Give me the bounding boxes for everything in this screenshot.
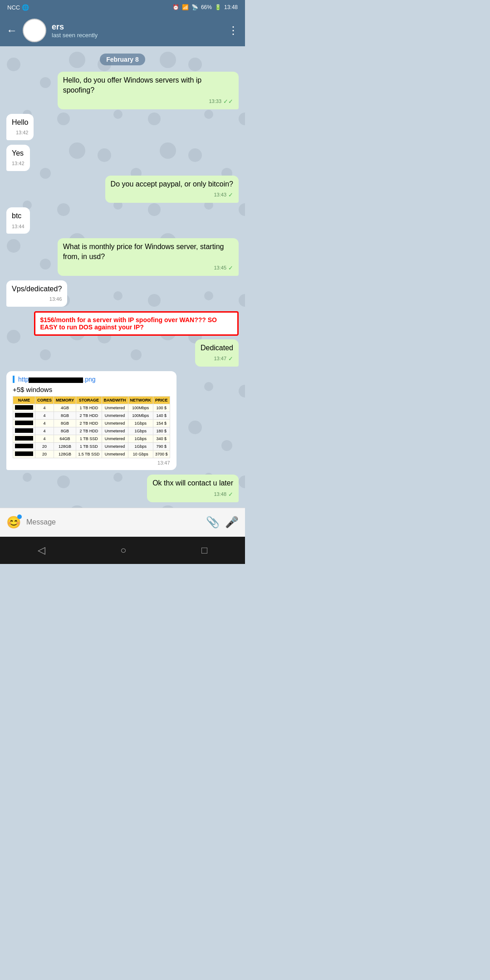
table-cell-network: 1Gbps (128, 420, 153, 427)
table-header-price: PRICE (153, 397, 170, 404)
nav-recent-button[interactable]: □ (201, 544, 207, 556)
nav-bar: ◁ ○ □ (0, 537, 245, 564)
table-cell-storage: 1.5 TB SSD (76, 451, 102, 458)
table-cell-name (13, 412, 35, 420)
table-cell-storage: 2 TB HDD (76, 420, 102, 427)
message-text: Ok thx will contact u later (152, 479, 233, 487)
read-receipt-icon: ✓ (228, 264, 233, 272)
table-header-cores: CORES (35, 397, 54, 404)
message-text: Hello (12, 118, 28, 126)
nav-home-button[interactable]: ○ (120, 544, 126, 556)
message-time: 13:45 (214, 265, 226, 271)
message-time: 13:48 (214, 491, 226, 498)
server-pricing-table: NAME CORES MEMORY STORAGE BANDWITH NETWO… (13, 396, 170, 458)
table-cell-price: 3700 $ (153, 451, 170, 458)
message-meta: 13:45 ✓ (63, 264, 233, 272)
table-row: 48GB2 TB HDDUnmetered1Gbps180 $ (13, 427, 170, 435)
message-input[interactable] (26, 518, 201, 526)
battery-text: 66% (201, 4, 212, 10)
message-text: What is monthly price for Windows server… (63, 243, 224, 260)
table-cell-name (13, 404, 35, 412)
table-cell-memory: 8GB (54, 427, 76, 435)
message-meta: 13:47 (13, 460, 170, 466)
attach-button[interactable]: 📎 (206, 516, 220, 529)
table-cell-cores: 20 (35, 451, 54, 458)
table-header-name: NAME (13, 397, 35, 404)
table-row: 48GB2 TB HDDUnmetered1Gbps154 $ (13, 420, 170, 427)
message-text: Hello, do you offer Windows servers with… (63, 76, 202, 94)
table-cell-network: 100Mbps (128, 404, 153, 412)
read-receipt-icon: ✓ (228, 490, 233, 499)
message-text: Vps/dedicated? (12, 285, 62, 293)
contact-info: ers last seen recently (52, 22, 222, 39)
read-receipt-icon: ✓ (228, 191, 233, 199)
server-image-link[interactable]: http.png (18, 376, 96, 383)
table-cell-network: 1Gbps (128, 443, 153, 451)
back-button[interactable]: ← (6, 24, 17, 37)
mic-button[interactable]: 🎤 (225, 516, 239, 529)
table-cell-price: 154 $ (153, 420, 170, 427)
table-row: 48GB2 TB HDDUnmetered100Mbps140 $ (13, 412, 170, 420)
table-cell-bandwith: Unmetered (102, 404, 128, 412)
input-bar: 😊 📎 🎤 (0, 508, 245, 537)
message-bubble-received: Yes 13:42 (6, 145, 30, 171)
chat-header: ← ers last seen recently ⋮ (0, 15, 245, 46)
table-cell-bandwith: Unmetered (102, 420, 128, 427)
avatar (23, 19, 46, 42)
message-meta: 13:44 (12, 223, 24, 230)
message-meta: 13:46 (12, 296, 62, 303)
table-cell-memory: 8GB (54, 420, 76, 427)
table-cell-memory: 128GB (54, 451, 76, 458)
table-cell-cores: 4 (35, 412, 54, 420)
table-row: 44GB1 TB HDDUnmetered100Mbps100 $ (13, 404, 170, 412)
message-time: 13:47 (214, 355, 226, 362)
nav-back-button[interactable]: ◁ (38, 544, 45, 556)
table-cell-memory: 4GB (54, 404, 76, 412)
message-meta: 13:42 (12, 129, 28, 136)
table-cell-network: 1Gbps (128, 435, 153, 443)
annotation-box: $156/month for a server with IP spoofing… (34, 311, 239, 336)
message-row: Ok thx will contact u later 13:48 ✓ (6, 475, 239, 502)
table-row: 20128GB1.5 TB SSDUnmetered10 Gbps3700 $ (13, 451, 170, 458)
message-row: http.png +5$ windows NAME CORES MEMORY S… (6, 371, 239, 470)
more-button[interactable]: ⋮ (228, 24, 239, 37)
message-bubble-received-large: http.png +5$ windows NAME CORES MEMORY S… (6, 371, 176, 470)
table-cell-memory: 128GB (54, 443, 76, 451)
read-receipt-icon: ✓✓ (223, 98, 233, 106)
message-meta: 13:47 ✓ (201, 355, 233, 363)
emoji-notification-dot (17, 514, 22, 519)
message-time: 13:47 (157, 460, 170, 466)
message-time: 13:44 (12, 223, 24, 230)
message-bubble-sent: What is monthly price for Windows server… (58, 238, 239, 276)
table-cell-bandwith: Unmetered (102, 451, 128, 458)
table-cell-bandwith: Unmetered (102, 435, 128, 443)
table-cell-storage: 1 TB SSD (76, 435, 102, 443)
table-cell-bandwith: Unmetered (102, 443, 128, 451)
table-row: 20128GB1 TB SSDUnmetered1Gbps790 $ (13, 443, 170, 451)
message-row: Yes 13:42 (6, 145, 239, 171)
contact-name: ers (52, 22, 222, 32)
message-bubble-sent: Dedicated 13:47 ✓ (195, 339, 239, 367)
table-cell-cores: 4 (35, 427, 54, 435)
table-cell-price: 100 $ (153, 404, 170, 412)
blue-accent-bar: http.png (13, 376, 170, 383)
table-cell-price: 140 $ (153, 412, 170, 420)
message-meta: 13:43 ✓ (111, 191, 233, 199)
message-bubble-sent: Ok thx will contact u later 13:48 ✓ (147, 475, 239, 502)
message-bubble-sent: Do you accept paypal, or only bitcoin? 1… (105, 176, 239, 203)
message-meta: 13:48 ✓ (152, 490, 233, 499)
message-text: Yes (12, 149, 24, 157)
emoji-button[interactable]: 😊 (6, 515, 21, 529)
table-cell-name (13, 443, 35, 451)
table-cell-name (13, 427, 35, 435)
message-text: Dedicated (201, 344, 233, 352)
message-text: Do you accept paypal, or only bitcoin? (111, 180, 233, 188)
message-time: 13:42 (16, 129, 29, 136)
message-time: 13:42 (12, 160, 24, 167)
signal-icon: 📡 (191, 4, 198, 10)
table-cell-price: 340 $ (153, 435, 170, 443)
status-bar: NCC 🌐 ⏰ 📶 📡 66% 🔋 13:48 (0, 0, 245, 15)
message-row: What is monthly price for Windows server… (6, 238, 239, 276)
table-cell-storage: 1 TB SSD (76, 443, 102, 451)
table-cell-name (13, 420, 35, 427)
